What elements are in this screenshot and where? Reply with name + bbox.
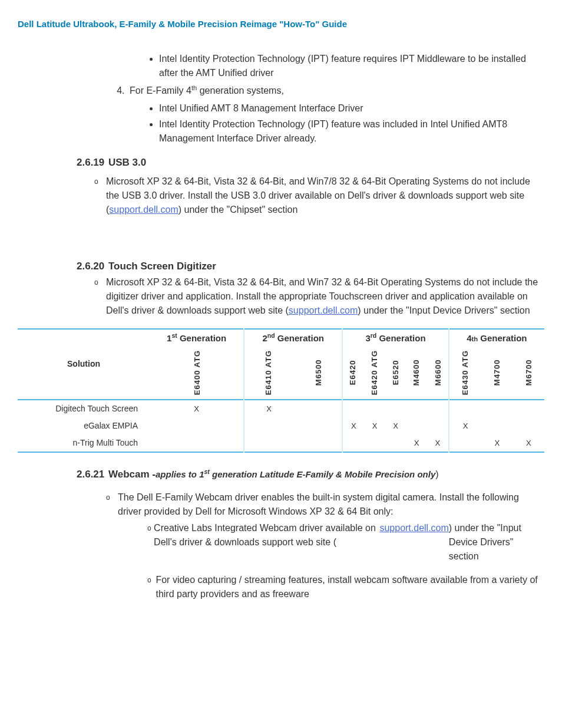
table-row: eGalax EMPIA X X X X [18,417,544,434]
cell [513,400,544,417]
model-header: E6420 ATG [364,347,385,400]
superscript: th [191,84,197,91]
cell: X [342,417,364,434]
model-header: E6410 ATG [244,347,293,400]
webcam-note-pre: applies to 1 [156,469,204,479]
cell: X [481,434,513,452]
cell [427,400,449,417]
section-heading-webcam: 2.6.21 Webcam -applies to 1st generation… [77,467,544,482]
cell [427,417,449,434]
cell [449,434,482,452]
touch-list: Microsoft XP 32 & 64-Bit, Vista 32 & 64-… [94,275,544,318]
section-number: 2.6.19 [77,157,104,168]
document-title: Dell Latitude Ultrabook, E-Family & Mobi… [18,18,544,31]
list-item: Microsoft XP 32 & 64-Bit, Vista 32 & 64-… [94,174,544,217]
model-header: E6520 [385,347,406,400]
section-heading-touch: 2.6.20 Touch Screen Digitizer [77,259,544,274]
superscript: st [204,468,210,475]
gen-header: 2nd Generation [244,329,342,348]
model-header: M6700 [513,347,544,400]
cell [364,400,385,417]
cell: X [244,400,293,417]
support-link[interactable]: support.dell.com [379,521,448,564]
list-item: The Dell E-Family Webcam driver enables … [106,490,544,611]
webcam-intro: The Dell E-Family Webcam driver enables … [118,492,519,516]
cell [364,434,385,452]
cell: X [449,417,482,434]
model-header: M4700 [481,347,513,400]
solution-header: Solution [18,329,150,400]
gen-header: 3rd Generation [342,329,449,348]
model-header: E6430 ATG [449,347,482,400]
list-item: Intel Identity Protection Technology (IP… [159,52,544,80]
cell [342,400,364,417]
row-label: Digitech Touch Screen [18,400,150,417]
body-text: ) under the "Chipset" section [178,205,298,215]
cell [406,400,427,417]
table-row: Digitech Touch Screen X X [18,400,544,417]
gen-header: 4th Generation [449,329,544,348]
list-item: Creative Labs Integrated Webcam driver a… [145,521,544,564]
cell [481,417,513,434]
list-item: For E-Family 4th generation systems, Int… [127,84,544,146]
cell [513,417,544,434]
cell [244,417,293,434]
support-link[interactable]: support.dell.com [109,205,178,215]
cell [293,400,343,417]
model-header: M6600 [427,347,449,400]
cell: X [513,434,544,452]
model-header: M6500 [293,347,343,400]
gen4-label: 4th Generation [467,333,527,343]
body-text: ) under the "Input Device Drivers" secti… [449,521,544,564]
item-text: For E-Family 4 [130,85,191,95]
section-title: USB 3.0 [108,157,146,168]
cell [385,400,406,417]
usb-list: Microsoft XP 32 & 64-Bit, Vista 32 & 64-… [94,174,544,217]
row-label: eGalax EMPIA [18,417,150,434]
top-bullet-list: Intel Identity Protection Technology (IP… [141,52,544,80]
webcam-note-post: generation Latitude E-Family & Mobile Pr… [210,469,435,479]
closing-paren: ) [435,469,438,479]
cell: X [364,417,385,434]
numbered-list-continuation: For E-Family 4th generation systems, Int… [112,84,544,146]
cell: X [385,417,406,434]
support-link[interactable]: support.dell.com [289,305,358,315]
item-text-suffix: generation systems, [197,85,284,95]
cell [293,417,343,434]
model-header: E6400 ATG [150,347,244,400]
cell [449,400,482,417]
cell [406,417,427,434]
model-header: E6420 [342,347,364,400]
list-item: Intel Unified AMT 8 Management Interface… [159,101,544,116]
body-text: ) under the "Input Device Drivers" secti… [358,305,530,315]
list-item: For video capturing / streaming features… [145,573,544,601]
cell [385,434,406,452]
cell [150,434,244,452]
table-header-row: Solution 1st Generation 2nd Generation 3… [18,329,544,348]
row-label: n-Trig Multi Touch [18,434,150,452]
cell [150,417,244,434]
webcam-ol: Creative Labs Integrated Webcam driver a… [130,521,544,601]
cell [244,434,293,452]
table-row: n-Trig Multi Touch X X X X [18,434,544,452]
section-title: Webcam - [108,469,156,480]
cell: X [150,400,244,417]
section-title: Touch Screen Digitizer [108,261,216,272]
gen3-label: 3rd Generation [365,333,425,343]
sub-bullet-list: Intel Unified AMT 8 Management Interface… [141,101,544,146]
cell: X [427,434,449,452]
section-number: 2.6.20 [77,261,104,272]
cell: X [406,434,427,452]
cell [481,400,513,417]
list-item: Intel Identity Protection Technology (IP… [159,117,544,146]
gen1-label: 1st Generation [167,333,226,343]
gen2-label: 2nd Generation [262,333,324,343]
model-header: M4600 [406,347,427,400]
section-heading-usb: 2.6.19 USB 3.0 [77,155,544,170]
cell [293,434,343,452]
body-text: Creative Labs Integrated Webcam driver a… [154,521,379,564]
section-number: 2.6.21 [77,469,104,480]
list-item: Microsoft XP 32 & 64-Bit, Vista 32 & 64-… [94,275,544,318]
gen-header: 1st Generation [150,329,244,348]
webcam-list: The Dell E-Family Webcam driver enables … [106,490,544,611]
